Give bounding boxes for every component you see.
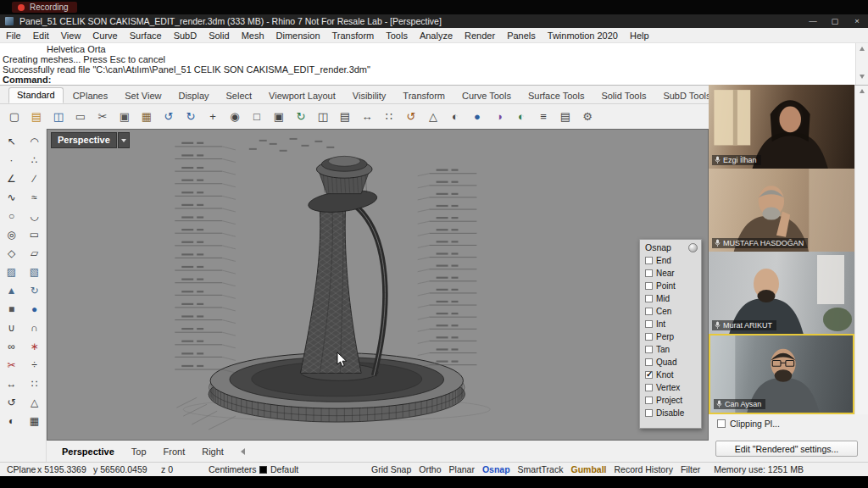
viewport[interactable]: Perspective Osnap EndNearPointMidCenIntP… — [47, 129, 709, 441]
status-toggle-gumball[interactable]: Gumball — [570, 464, 606, 474]
osnap-checkbox-mid[interactable] — [645, 295, 653, 302]
zoom-window-icon[interactable]: □ — [248, 107, 266, 125]
polygon-icon[interactable]: ◇ — [2, 244, 22, 262]
osnap-checkbox-point[interactable] — [645, 282, 653, 290]
copy-object-icon[interactable]: ∷ — [380, 107, 398, 125]
osnap-checkbox-disable[interactable] — [645, 409, 653, 417]
rotate-object-icon[interactable]: ↺ — [2, 393, 22, 411]
zoom-dynamic-icon[interactable]: ◉ — [225, 107, 244, 125]
plane-icon[interactable]: ▱ — [25, 244, 45, 262]
viewport-menu-arrow-icon[interactable] — [118, 132, 130, 148]
video-tile-murat-arikut[interactable]: Murat ARIKUT — [709, 252, 854, 334]
video-tile-can-aysan[interactable]: Can Aysan — [709, 334, 854, 414]
menu-item-transform[interactable]: Transform — [326, 28, 381, 43]
shaded-viewport-icon[interactable]: ◐ — [512, 107, 531, 125]
object-properties-icon[interactable]: ▤ — [556, 107, 575, 125]
copy-icon[interactable]: ▣ — [115, 107, 134, 125]
osnap-option-end[interactable]: End — [640, 254, 701, 267]
line-icon[interactable]: ∕ — [25, 169, 45, 187]
surface-sweep-icon[interactable]: ▧ — [25, 263, 45, 280]
viewport-label[interactable]: Perspective — [51, 132, 130, 148]
panel-scroll-up-icon[interactable] — [860, 89, 865, 93]
viewport-tab-front[interactable]: Front — [155, 446, 194, 457]
redo-icon[interactable]: ↻ — [181, 107, 200, 125]
status-toggle-planar[interactable]: Planar — [449, 464, 475, 474]
status-toggle-grid-snap[interactable]: Grid Snap — [371, 464, 411, 474]
menu-item-view[interactable]: View — [55, 28, 87, 43]
options-icon[interactable]: ⚙ — [578, 107, 597, 125]
toolbar-tab-set-view[interactable]: Set View — [117, 89, 169, 103]
toolbar-tab-surface-tools[interactable]: Surface Tools — [520, 89, 592, 103]
point-icon[interactable]: ∙ — [2, 151, 22, 169]
osnap-checkbox-tan[interactable] — [645, 346, 653, 353]
osnap-option-project[interactable]: Project — [640, 394, 701, 407]
status-toggle-record-history[interactable]: Record History — [614, 464, 672, 474]
layers-icon[interactable]: ≡ — [534, 107, 553, 125]
join-icon[interactable]: ∞ — [2, 337, 22, 355]
osnap-checkbox-near[interactable] — [645, 269, 653, 277]
menu-item-file[interactable]: File — [0, 28, 27, 43]
toolbar-tab-viewport-layout[interactable]: Viewport Layout — [261, 89, 343, 103]
close-button[interactable]: × — [846, 14, 868, 28]
cut-icon[interactable]: ✂ — [93, 107, 112, 125]
units-display[interactable]: Centimeters — [209, 464, 259, 474]
status-toggle-ortho[interactable]: Ortho — [419, 464, 441, 474]
viewport-layout-icon[interactable]: ◫ — [314, 107, 332, 125]
viewport-tabs-scroll-left-icon[interactable] — [241, 448, 245, 455]
osnap-checkbox-knot[interactable] — [645, 371, 653, 379]
menu-item-subd[interactable]: SubD — [168, 28, 203, 43]
osnap-option-quad[interactable]: Quad — [640, 356, 701, 369]
menu-item-surface[interactable]: Surface — [124, 28, 168, 43]
osnap-option-int[interactable]: Int — [640, 318, 701, 330]
rotate-view-icon[interactable]: ↻ — [292, 107, 310, 125]
scroll-down-icon[interactable] — [860, 75, 865, 79]
osnap-checkbox-cen[interactable] — [645, 308, 653, 315]
box-icon[interactable]: ■ — [2, 300, 22, 318]
scale-object-icon[interactable]: △ — [25, 393, 45, 411]
menu-item-render[interactable]: Render — [459, 28, 501, 43]
circle-icon[interactable]: ○ — [2, 207, 22, 225]
viewport-label-text[interactable]: Perspective — [51, 132, 117, 148]
menu-item-curve[interactable]: Curve — [86, 28, 123, 43]
menu-item-help[interactable]: Help — [624, 28, 655, 43]
menu-item-edit[interactable]: Edit — [27, 28, 55, 43]
osnap-checkbox-end[interactable] — [645, 257, 653, 264]
boolean-union-icon[interactable]: ∪ — [2, 319, 22, 336]
toolbar-tab-curve-tools[interactable]: Curve Tools — [454, 89, 519, 103]
named-views-icon[interactable]: ▤ — [336, 107, 354, 125]
command-scrollbar[interactable] — [855, 43, 868, 85]
osnap-option-vertex[interactable]: Vertex — [640, 381, 701, 394]
maximize-button[interactable]: ▢ — [824, 14, 846, 28]
pan-view-icon[interactable]: + — [203, 107, 222, 125]
render-preview-icon[interactable]: ◑ — [490, 107, 509, 125]
osnap-panel-knob-icon[interactable] — [688, 243, 698, 252]
status-toggle-osnap[interactable]: Osnap — [482, 464, 510, 474]
mirror-icon[interactable]: ◐ — [446, 107, 465, 125]
curve-interpolate-icon[interactable]: ∿ — [2, 188, 22, 206]
menu-item-dimension[interactable]: Dimension — [270, 28, 326, 43]
edit-rendered-settings-button[interactable]: Edit "Rendered" settings... — [715, 441, 858, 457]
toolbar-tab-transform[interactable]: Transform — [395, 89, 453, 103]
osnap-option-perp[interactable]: Perp — [640, 330, 701, 343]
trim-icon[interactable]: ✂ — [2, 356, 22, 374]
osnap-checkbox-project[interactable] — [645, 396, 653, 404]
rectangle-icon[interactable]: ▭ — [25, 225, 45, 243]
status-toggle-filter[interactable]: Filter — [681, 464, 700, 474]
viewport-tab-right[interactable]: Right — [193, 446, 232, 457]
video-tile-mustafa-hasdo-an[interactable]: MUSTAFA HASDOĞAN — [709, 169, 854, 252]
save-icon[interactable]: ◫ — [49, 107, 68, 125]
surface-loft-icon[interactable]: ▨ — [2, 263, 22, 280]
status-toggle-smarttrack[interactable]: SmartTrack — [518, 464, 564, 474]
toolbar-tab-display[interactable]: Display — [170, 89, 216, 103]
menu-item-analyze[interactable]: Analyze — [414, 28, 459, 43]
osnap-checkbox-vertex[interactable] — [645, 384, 653, 391]
print-icon[interactable]: ▭ — [71, 107, 90, 125]
right-scrollbar[interactable] — [854, 86, 868, 462]
cplane-button[interactable]: CPlane — [0, 464, 37, 474]
osnap-option-cen[interactable]: Cen — [640, 305, 701, 318]
move-object-icon[interactable]: ↔ — [2, 374, 22, 392]
new-file-icon[interactable]: ▢ — [5, 107, 24, 125]
paste-icon[interactable]: ▦ — [137, 107, 156, 125]
minimize-button[interactable]: — — [802, 14, 824, 28]
scale-icon[interactable]: △ — [424, 107, 442, 125]
